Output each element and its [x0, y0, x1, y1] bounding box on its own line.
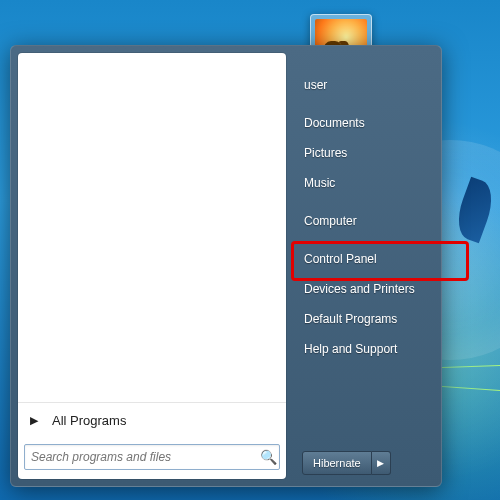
right-item-pictures[interactable]: Pictures	[296, 138, 446, 168]
search-box[interactable]: 🔍	[24, 444, 280, 470]
right-item-user[interactable]: user	[296, 70, 446, 100]
right-item-default-programs[interactable]: Default Programs	[296, 304, 446, 334]
power-button[interactable]: Hibernate	[302, 451, 372, 475]
search-row: 🔍	[18, 437, 286, 479]
triangle-right-icon: ▶	[30, 414, 38, 427]
start-menu-left-pane: ▶ All Programs 🔍	[18, 53, 286, 479]
pinned-programs-area	[18, 53, 286, 402]
right-item-music[interactable]: Music	[296, 168, 446, 198]
all-programs-label: All Programs	[52, 413, 126, 428]
power-button-group: Hibernate ▶	[302, 451, 391, 475]
right-item-computer[interactable]: Computer	[296, 206, 446, 236]
right-item-control-panel[interactable]: Control Panel	[296, 244, 446, 274]
right-item-help-and-support[interactable]: Help and Support	[296, 334, 446, 364]
right-item-devices-and-printers[interactable]: Devices and Printers	[296, 274, 446, 304]
search-icon[interactable]: 🔍	[257, 449, 279, 465]
start-menu: ▶ All Programs 🔍 userDocumentsPicturesMu…	[10, 45, 442, 487]
right-item-documents[interactable]: Documents	[296, 108, 446, 138]
start-menu-right-pane: userDocumentsPicturesMusicComputerContro…	[296, 70, 446, 364]
search-input[interactable]	[25, 450, 257, 464]
power-button-label: Hibernate	[313, 457, 361, 469]
power-options-arrow[interactable]: ▶	[372, 451, 391, 475]
all-programs-button[interactable]: ▶ All Programs	[18, 402, 286, 437]
